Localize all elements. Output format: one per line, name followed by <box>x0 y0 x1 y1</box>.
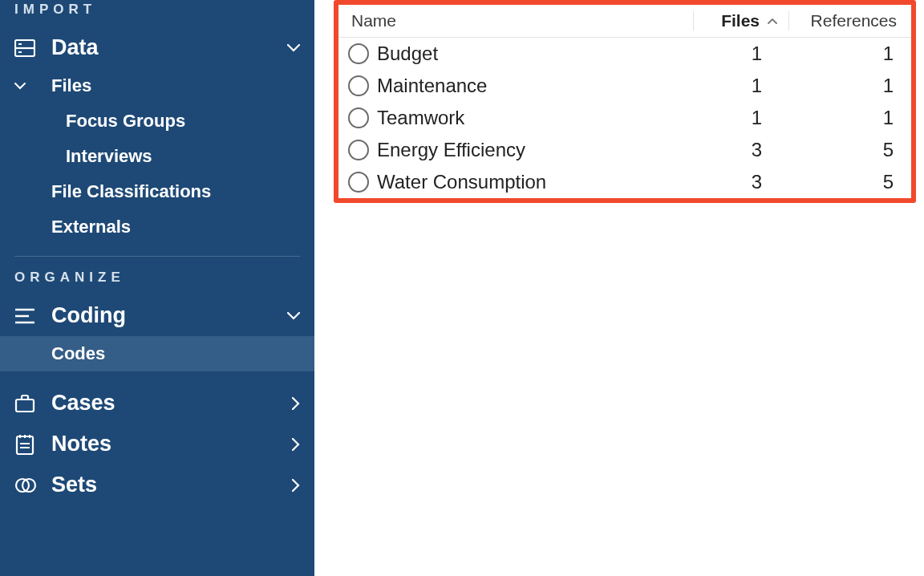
sidebar-item-file-classifications-label: File Classifications <box>51 181 300 202</box>
nav-item-data[interactable]: Data <box>0 27 314 68</box>
code-name-cell: Teamwork <box>348 107 693 129</box>
sidebar-item-files[interactable]: Files <box>0 68 314 103</box>
sidebar-item-files-label: Files <box>51 75 300 96</box>
sidebar-item-focus-groups[interactable]: Focus Groups <box>0 103 314 139</box>
section-label-import: IMPORT <box>0 0 314 27</box>
node-icon <box>348 43 369 64</box>
codes-table-body: Budget11Maintenance11Teamwork11Energy Ef… <box>338 38 911 198</box>
sidebar-item-file-classifications[interactable]: File Classifications <box>0 174 314 209</box>
nav-item-cases[interactable]: Cases <box>0 383 314 424</box>
column-header-files-label: Files <box>721 11 760 30</box>
nav-item-coding[interactable]: Coding <box>0 295 314 336</box>
code-name-cell: Budget <box>348 43 693 65</box>
codes-table-header: Name Files References <box>338 5 911 38</box>
svg-rect-8 <box>17 436 33 454</box>
sort-ascending-icon <box>768 18 777 24</box>
sidebar-item-interviews[interactable]: Interviews <box>0 139 314 174</box>
svg-rect-7 <box>16 400 34 412</box>
code-files-count: 1 <box>693 75 789 97</box>
sidebar-item-codes-label: Codes <box>51 343 300 364</box>
code-name-cell: Maintenance <box>348 75 693 97</box>
chevron-down-icon <box>287 44 300 52</box>
chevron-down-icon <box>287 312 300 320</box>
column-header-references[interactable]: References <box>789 11 902 30</box>
coding-icon <box>14 307 40 325</box>
code-name-cell: Water Consumption <box>348 171 693 193</box>
table-row[interactable]: Teamwork11 <box>338 102 911 134</box>
code-references-count: 5 <box>789 171 902 193</box>
sets-icon <box>14 477 40 493</box>
chevron-right-icon <box>292 438 300 451</box>
code-references-count: 1 <box>789 43 902 65</box>
code-files-count: 3 <box>693 139 789 161</box>
highlight-box: Name Files References Budget11Maintenanc… <box>334 0 916 203</box>
sidebar-item-codes[interactable]: Codes <box>0 336 314 371</box>
divider <box>14 256 300 257</box>
chevron-right-icon <box>292 479 300 492</box>
node-icon <box>348 107 369 128</box>
code-name: Teamwork <box>377 107 464 129</box>
table-row[interactable]: Water Consumption35 <box>338 166 911 198</box>
nav-item-notes-label: Notes <box>51 432 292 456</box>
column-header-files[interactable]: Files <box>693 11 789 30</box>
column-header-name[interactable]: Name <box>348 11 693 30</box>
main-panel: Name Files References Budget11Maintenanc… <box>314 0 924 576</box>
briefcase-icon <box>14 394 40 413</box>
nav-item-data-label: Data <box>51 35 287 60</box>
chevron-right-icon <box>292 397 300 410</box>
nav-item-notes[interactable]: Notes <box>0 424 314 464</box>
node-icon <box>348 75 369 96</box>
node-icon <box>348 172 369 193</box>
section-label-organize: ORGANIZE <box>0 268 314 295</box>
nav-item-coding-label: Coding <box>51 303 287 328</box>
chevron-down-icon <box>14 83 40 90</box>
sidebar: IMPORT Data Files Focus Groups Interview… <box>0 0 314 576</box>
table-row[interactable]: Energy Efficiency35 <box>338 134 911 166</box>
code-name: Maintenance <box>377 75 487 97</box>
code-name: Energy Efficiency <box>377 139 525 161</box>
code-name-cell: Energy Efficiency <box>348 139 693 161</box>
code-files-count: 1 <box>693 43 789 65</box>
nav-item-sets[interactable]: Sets <box>0 464 314 505</box>
code-references-count: 1 <box>789 107 902 129</box>
node-icon <box>348 140 369 160</box>
table-row[interactable]: Budget11 <box>338 38 911 70</box>
code-name: Water Consumption <box>377 171 546 193</box>
sidebar-item-externals-label: Externals <box>51 217 300 237</box>
nav-item-cases-label: Cases <box>51 391 292 416</box>
code-references-count: 5 <box>789 139 902 161</box>
sidebar-item-externals[interactable]: Externals <box>0 209 314 245</box>
notes-icon <box>14 434 40 455</box>
nav-item-sets-label: Sets <box>51 473 292 497</box>
code-name: Budget <box>377 43 438 65</box>
code-files-count: 1 <box>693 107 789 129</box>
table-row[interactable]: Maintenance11 <box>338 70 911 102</box>
code-references-count: 1 <box>789 75 902 97</box>
data-icon <box>14 39 40 57</box>
code-files-count: 3 <box>693 171 789 193</box>
